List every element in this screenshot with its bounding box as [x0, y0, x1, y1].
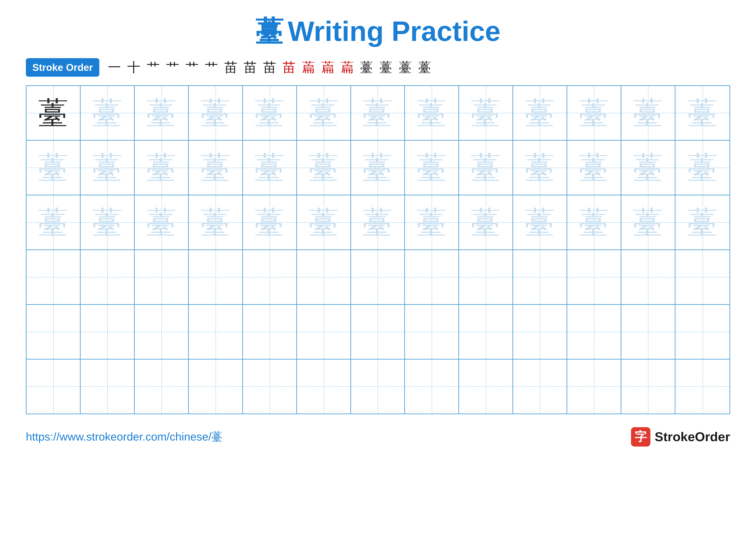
cell-r6-c10[interactable]: [513, 360, 567, 414]
cell-r5-c6[interactable]: [297, 305, 351, 359]
cell-r5-c2[interactable]: [81, 305, 135, 359]
cell-r6-c13[interactable]: [675, 360, 729, 414]
cell-r5-c8[interactable]: [405, 305, 459, 359]
cell-r3-c3[interactable]: 薹: [135, 195, 189, 249]
cell-r4-c3[interactable]: [135, 250, 189, 304]
stroke-step-1: 一: [108, 61, 121, 74]
stroke-step-12: 萹: [321, 61, 334, 74]
cell-r1-c6[interactable]: 薹: [297, 86, 351, 140]
cell-r2-c8[interactable]: 薹: [405, 141, 459, 195]
cell-r2-c7[interactable]: 薹: [351, 141, 405, 195]
char-light: 薹: [633, 98, 663, 128]
cell-r5-c13[interactable]: [675, 305, 729, 359]
cell-r3-c5[interactable]: 薹: [243, 195, 297, 249]
cell-r5-c4[interactable]: [189, 305, 243, 359]
cell-r4-c10[interactable]: [513, 250, 567, 304]
cell-r5-c5[interactable]: [243, 305, 297, 359]
stroke-step-11: 萹: [302, 61, 315, 74]
char-light: 薹: [309, 207, 339, 237]
cell-r2-c13[interactable]: 薹: [675, 141, 729, 195]
cell-r6-c9[interactable]: [459, 360, 513, 414]
char-light: 薹: [525, 153, 555, 183]
char-light: 薹: [417, 153, 447, 183]
cell-r5-c12[interactable]: [621, 305, 675, 359]
cell-r4-c7[interactable]: [351, 250, 405, 304]
cell-r6-c12[interactable]: [621, 360, 675, 414]
cell-r6-c1[interactable]: [27, 360, 81, 414]
cell-r1-c7[interactable]: 薹: [351, 86, 405, 140]
cell-r2-c1[interactable]: 薹: [27, 141, 81, 195]
cell-r3-c1[interactable]: 薹: [27, 195, 81, 249]
cell-r1-c5[interactable]: 薹: [243, 86, 297, 140]
cell-r5-c7[interactable]: [351, 305, 405, 359]
cell-r6-c8[interactable]: [405, 360, 459, 414]
cell-r2-c12[interactable]: 薹: [621, 141, 675, 195]
cell-r3-c12[interactable]: 薹: [621, 195, 675, 249]
cell-r5-c11[interactable]: [567, 305, 621, 359]
cell-r2-c11[interactable]: 薹: [567, 141, 621, 195]
title-character: 薹: [256, 17, 284, 45]
cell-r1-c12[interactable]: 薹: [621, 86, 675, 140]
cell-r2-c5[interactable]: 薹: [243, 141, 297, 195]
cell-r1-c8[interactable]: 薹: [405, 86, 459, 140]
cell-r1-c4[interactable]: 薹: [189, 86, 243, 140]
practice-row-6: [27, 360, 729, 414]
cell-r4-c11[interactable]: [567, 250, 621, 304]
cell-r2-c6[interactable]: 薹: [297, 141, 351, 195]
cell-r2-c2[interactable]: 薹: [81, 141, 135, 195]
cell-r3-c4[interactable]: 薹: [189, 195, 243, 249]
cell-r2-c10[interactable]: 薹: [513, 141, 567, 195]
cell-r6-c3[interactable]: [135, 360, 189, 414]
cell-r4-c6[interactable]: [297, 250, 351, 304]
cell-r5-c9[interactable]: [459, 305, 513, 359]
cell-r1-c2[interactable]: 薹: [81, 86, 135, 140]
cell-r5-c10[interactable]: [513, 305, 567, 359]
cell-r6-c5[interactable]: [243, 360, 297, 414]
cell-r1-c11[interactable]: 薹: [567, 86, 621, 140]
char-light: 薹: [146, 207, 176, 237]
char-light: 薹: [579, 207, 609, 237]
cell-r4-c1[interactable]: [27, 250, 81, 304]
cell-r2-c3[interactable]: 薹: [135, 141, 189, 195]
char-light: 薹: [417, 98, 447, 128]
cell-r4-c4[interactable]: [189, 250, 243, 304]
char-light: 薹: [92, 98, 122, 128]
char-light: 薹: [309, 153, 339, 183]
cell-r2-c9[interactable]: 薹: [459, 141, 513, 195]
cell-r4-c8[interactable]: [405, 250, 459, 304]
footer-logo: 字 StrokeOrder: [631, 427, 730, 446]
cell-r3-c10[interactable]: 薹: [513, 195, 567, 249]
cell-r3-c11[interactable]: 薹: [567, 195, 621, 249]
cell-r1-c13[interactable]: 薹: [675, 86, 729, 140]
cell-r4-c2[interactable]: [81, 250, 135, 304]
cell-r6-c4[interactable]: [189, 360, 243, 414]
cell-r1-c9[interactable]: 薹: [459, 86, 513, 140]
stroke-step-16: 薹: [399, 61, 412, 74]
cell-r6-c7[interactable]: [351, 360, 405, 414]
char-light: 薹: [363, 98, 393, 128]
cell-r6-c11[interactable]: [567, 360, 621, 414]
cell-r3-c9[interactable]: 薹: [459, 195, 513, 249]
cell-r3-c13[interactable]: 薹: [675, 195, 729, 249]
char-light: 薹: [146, 153, 176, 183]
footer-url[interactable]: https://www.strokeorder.com/chinese/薹: [26, 429, 223, 445]
cell-r4-c12[interactable]: [621, 250, 675, 304]
cell-r4-c5[interactable]: [243, 250, 297, 304]
cell-r4-c13[interactable]: [675, 250, 729, 304]
cell-r5-c3[interactable]: [135, 305, 189, 359]
cell-r3-c8[interactable]: 薹: [405, 195, 459, 249]
cell-r5-c1[interactable]: [27, 305, 81, 359]
cell-r1-c3[interactable]: 薹: [135, 86, 189, 140]
cell-r6-c6[interactable]: [297, 360, 351, 414]
cell-r1-c10[interactable]: 薹: [513, 86, 567, 140]
char-light: 薹: [579, 98, 609, 128]
cell-r2-c4[interactable]: 薹: [189, 141, 243, 195]
cell-r6-c2[interactable]: [81, 360, 135, 414]
cell-r3-c6[interactable]: 薹: [297, 195, 351, 249]
cell-r1-c1[interactable]: 薹: [27, 86, 81, 140]
practice-grid: 薹 薹 薹 薹 薹 薹 薹 薹 薹: [26, 85, 730, 414]
cell-r3-c7[interactable]: 薹: [351, 195, 405, 249]
cell-r4-c9[interactable]: [459, 250, 513, 304]
cell-r3-c2[interactable]: 薹: [81, 195, 135, 249]
char-light: 薹: [201, 207, 230, 237]
